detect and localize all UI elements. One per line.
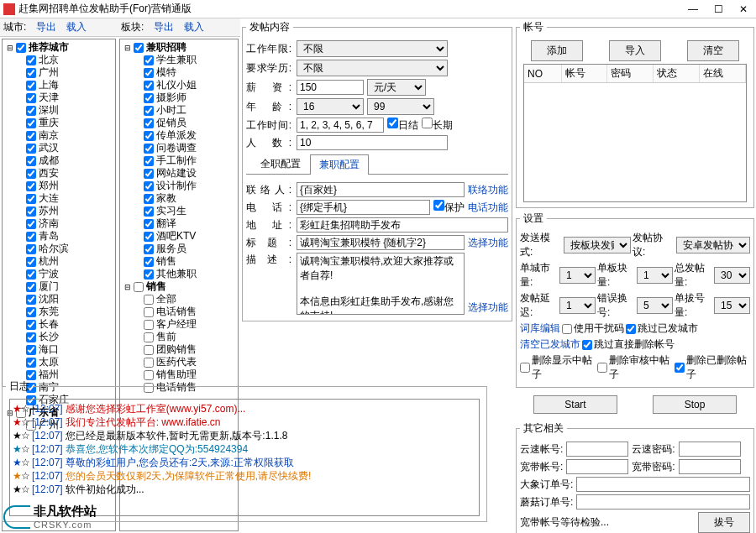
city-qty-select[interactable]: 1 <box>559 267 596 284</box>
tree-item[interactable]: 哈尔滨 <box>4 243 113 255</box>
wrong-select[interactable]: 5 <box>637 297 673 314</box>
worktime-input[interactable] <box>297 118 384 133</box>
tab-full[interactable]: 全职配置 <box>251 154 310 174</box>
mg-order-input[interactable] <box>576 494 750 509</box>
tree-item[interactable]: 客户经理 <box>122 318 236 331</box>
tree-item[interactable]: 设计制作 <box>122 180 236 192</box>
tree-item[interactable]: 西安 <box>4 167 113 180</box>
tree-item[interactable]: ⊟兼职招聘 <box>122 41 236 54</box>
contact-func-link[interactable]: 联络功能 <box>468 183 508 197</box>
tree-item[interactable]: 家教 <box>122 192 236 205</box>
tree-item[interactable]: 太原 <box>4 356 113 368</box>
tree-item[interactable]: 传单派发 <box>122 129 236 142</box>
del-audit-checkbox[interactable] <box>597 363 607 373</box>
delay-select[interactable]: 1 <box>559 297 596 314</box>
minimize-button[interactable]: — <box>680 1 706 18</box>
tree-item[interactable]: 苏州 <box>4 205 113 217</box>
age-from-select[interactable]: 16 <box>297 98 364 115</box>
dx-order-input[interactable] <box>576 477 750 492</box>
tel-input[interactable] <box>297 200 430 215</box>
tree-item[interactable]: 成都 <box>4 154 113 167</box>
desc-textarea[interactable]: 诚聘淘宝兼职模特,欢迎大家推荐或者自荐! 本信息由彩虹赶集助手发布,感谢您的支持… <box>297 253 465 315</box>
tree-item[interactable]: 促销员 <box>122 117 236 129</box>
people-input[interactable] <box>297 135 448 150</box>
add-account-button[interactable]: 添加 <box>531 40 583 61</box>
tree-item[interactable]: 武汉 <box>4 142 113 154</box>
tree-item[interactable]: 上海 <box>4 79 113 91</box>
cloud-pwd-input[interactable] <box>679 442 741 457</box>
del-show-checkbox[interactable] <box>520 363 530 373</box>
tree-item[interactable]: 大连 <box>4 192 113 205</box>
tree-item[interactable]: 宁波 <box>4 268 113 280</box>
tree-item[interactable]: 青岛 <box>4 230 113 243</box>
tree-item[interactable]: 长春 <box>4 318 113 331</box>
contact-name-input[interactable] <box>297 182 465 197</box>
tree-item[interactable]: 团购销售 <box>122 343 236 356</box>
tree-item[interactable]: 天津 <box>4 91 113 104</box>
workage-select[interactable]: 不限 <box>297 40 448 57</box>
city-export-link[interactable]: 导出 <box>36 20 56 34</box>
clear-city-link[interactable]: 清空已发城市 <box>520 337 580 352</box>
tree-item[interactable]: ⊟销售 <box>122 280 236 293</box>
tree-item[interactable]: 济南 <box>4 217 113 230</box>
import-account-button[interactable]: 导入 <box>609 40 661 61</box>
dict-edit-link[interactable]: 词库编辑 <box>520 321 560 336</box>
city-import-link[interactable]: 载入 <box>66 20 87 34</box>
proto-select[interactable]: 安卓发帖协议 <box>676 237 750 253</box>
salary-input[interactable] <box>297 80 364 95</box>
tree-item[interactable]: 杭州 <box>4 255 113 268</box>
tree-item[interactable]: 深圳 <box>4 104 113 117</box>
block-export-link[interactable]: 导出 <box>154 20 174 34</box>
tree-item[interactable]: 酒吧KTV <box>122 230 236 243</box>
tree-item[interactable]: 郑州 <box>4 180 113 192</box>
salary-unit-select[interactable]: 元/天 <box>367 79 426 96</box>
edu-select[interactable]: 不限 <box>297 60 448 76</box>
tree-item[interactable]: 广州 <box>4 66 113 79</box>
tree-item[interactable]: 小时工 <box>122 104 236 117</box>
block-import-link[interactable]: 载入 <box>184 20 204 34</box>
tree-item[interactable]: 问卷调查 <box>122 142 236 154</box>
tree-item[interactable]: 翻译 <box>122 217 236 230</box>
long-checkbox[interactable] <box>422 118 433 128</box>
tree-item[interactable]: 重庆 <box>4 117 113 129</box>
daily-checkbox[interactable] <box>387 118 398 128</box>
title-input[interactable] <box>297 235 465 250</box>
title-func-link[interactable]: 选择功能 <box>468 236 508 250</box>
log-area[interactable]: ★☆[12:07]感谢您选择彩虹工作室(www.yi57.com)...★☆[1… <box>9 399 480 516</box>
clear-account-button[interactable]: 清空 <box>687 40 739 61</box>
tree-item[interactable]: 模特 <box>122 66 236 79</box>
send-mode-select[interactable]: 按板块发贴 <box>564 237 631 253</box>
tree-item[interactable]: 医药代表 <box>122 356 236 368</box>
dial-select[interactable]: 15 <box>714 297 750 314</box>
tree-item[interactable]: 东莞 <box>4 306 113 318</box>
close-button[interactable]: ✕ <box>731 1 756 18</box>
noise-checkbox[interactable] <box>562 324 572 334</box>
block-qty-select[interactable]: 1 <box>637 267 673 284</box>
tree-item[interactable]: 手工制作 <box>122 154 236 167</box>
tree-item[interactable]: 服务员 <box>122 243 236 255</box>
account-table[interactable]: NO 帐号 密码 状态 在线 <box>523 64 747 202</box>
addr-input[interactable] <box>297 217 508 233</box>
tab-part[interactable]: 兼职配置 <box>310 154 369 175</box>
tree-item[interactable]: 实习生 <box>122 205 236 217</box>
tree-item[interactable]: 北京 <box>4 54 113 66</box>
tree-item[interactable]: 全部 <box>122 293 236 306</box>
desc-func-link[interactable]: 选择功能 <box>468 300 508 315</box>
bb-pwd-input[interactable] <box>679 459 741 474</box>
tree-item[interactable]: 沈阳 <box>4 293 113 306</box>
tree-item[interactable]: 礼仪小姐 <box>122 79 236 91</box>
skip-del-checkbox[interactable] <box>582 340 592 350</box>
skip-city-checkbox[interactable] <box>626 324 636 334</box>
tree-item[interactable]: 摄影师 <box>122 91 236 104</box>
start-button[interactable]: Start <box>533 395 617 414</box>
cloud-acct-input[interactable] <box>566 442 628 457</box>
dial-button[interactable]: 拔号 <box>698 512 750 533</box>
tree-item[interactable]: ⊟推荐城市 <box>4 41 113 54</box>
age-to-select[interactable]: 99 <box>367 98 434 115</box>
tree-item[interactable]: 海口 <box>4 343 113 356</box>
del-done-checkbox[interactable] <box>675 363 685 373</box>
total-qty-select[interactable]: 30 <box>714 267 750 284</box>
tree-item[interactable]: 销售 <box>122 255 236 268</box>
tree-item[interactable]: 网站建设 <box>122 167 236 180</box>
bb-acct-input[interactable] <box>566 459 628 474</box>
